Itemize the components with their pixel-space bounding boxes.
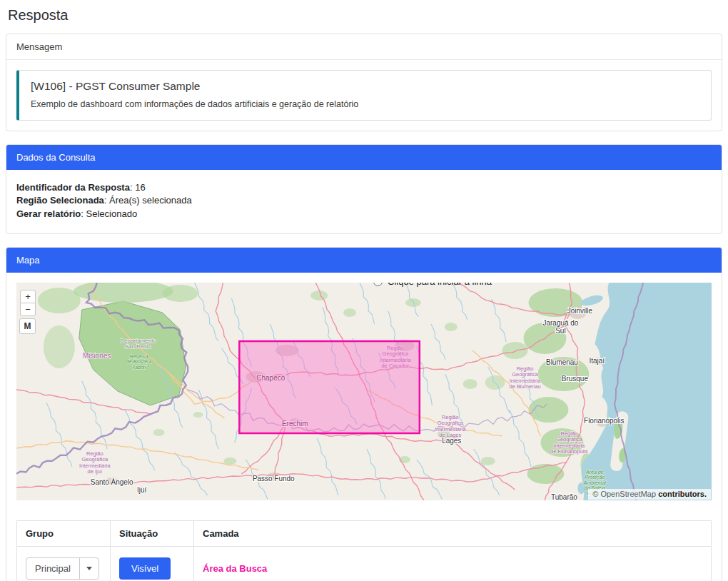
status-cell: Visível: [111, 547, 194, 581]
layer-name: Área da Busca: [203, 563, 267, 574]
group-select-value: Principal: [26, 558, 79, 579]
card-mapa: Mapa ChapecóErechimSanto ÂngeloIjuíPasso…: [6, 247, 722, 581]
column-header-camada: Camada: [194, 521, 712, 547]
visibility-toggle-button[interactable]: Visível: [119, 557, 171, 580]
card-mensagem-header: Mensagem: [6, 34, 722, 60]
map-label: Misiones: [83, 352, 111, 360]
attribution-contributors: contributors.: [658, 490, 707, 498]
card-mensagem-body: [W106] - PGST Consumer Sample Exemplo de…: [6, 60, 722, 131]
chevron-down-icon: [86, 567, 92, 570]
draw-line-hint[interactable]: Clique para iniciar a linha: [373, 283, 492, 287]
card-dados-consulta: Dados da Consulta Identificador da Respo…: [6, 144, 722, 234]
card-mapa-body: ChapecóErechimSanto ÂngeloIjuíPasso Fund…: [6, 273, 722, 581]
group-select-caret-segment[interactable]: [79, 558, 98, 579]
page-title: Resposta: [8, 7, 722, 24]
map-label: Brusque: [562, 375, 589, 383]
map-canvas[interactable]: ChapecóErechimSanto ÂngeloIjuíPasso Fund…: [16, 283, 712, 500]
group-select[interactable]: Principal: [26, 557, 99, 580]
message-box: [W106] - PGST Consumer Sample Exemplo de…: [16, 70, 712, 121]
message-description: Exemplo de dashboard com informações de …: [31, 99, 699, 109]
consulta-field: Região Selecionada: Área(s) selecionada: [16, 194, 712, 207]
map-label: Blumenau: [546, 358, 578, 366]
group-cell: Principal: [17, 547, 111, 581]
layers-table-header-row: Grupo Situação Camada: [17, 521, 712, 547]
column-header-grupo: Grupo: [17, 521, 111, 547]
map-label: Itajaí: [590, 357, 605, 365]
consulta-field: Gerar relatório: Selecionado: [16, 208, 712, 221]
map-label: Joinville: [567, 307, 593, 315]
search-area-selection: [239, 341, 419, 433]
map-zoom-controls: + −: [20, 290, 36, 316]
consulta-fields: Identificador da Resposta: 16Região Sele…: [16, 180, 712, 223]
attribution-osm-link[interactable]: © OpenStreetMap: [592, 490, 656, 498]
map-label: Ijuí: [137, 486, 147, 494]
card-dados-header: Dados da Consulta: [6, 145, 722, 170]
map-viewport[interactable]: ChapecóErechimSanto ÂngeloIjuíPasso Fund…: [16, 283, 712, 500]
map-attribution: © OpenStreetMap contributors.: [588, 489, 711, 500]
card-dados-body: Identificador da Resposta: 16Região Sele…: [6, 170, 722, 233]
measure-button[interactable]: M: [19, 318, 36, 334]
layer-cell: Área da Busca: [194, 547, 712, 581]
map-label: Passo Fundo: [253, 475, 295, 483]
draw-line-radio-icon[interactable]: [373, 283, 383, 286]
map-label: Santo Ângelo: [91, 478, 133, 486]
table-row: Principal Visível Área da Busca: [17, 547, 712, 581]
draw-line-hint-label: Clique para iniciar a linha: [388, 283, 492, 287]
column-header-situacao: Situação: [111, 521, 194, 547]
message-title: [W106] - PGST Consumer Sample: [31, 80, 699, 93]
page-container: Resposta Mensagem [W106] - PGST Consumer…: [0, 0, 728, 581]
card-mapa-header: Mapa: [6, 248, 722, 273]
card-mensagem: Mensagem [W106] - PGST Consumer Sample E…: [6, 34, 722, 131]
map-label: DepartamentoSan Pedro: [120, 338, 156, 350]
zoom-in-button[interactable]: +: [20, 290, 36, 303]
zoom-out-button[interactable]: −: [20, 303, 36, 316]
consulta-field: Identificador da Resposta: 16: [16, 181, 712, 194]
layers-table: Grupo Situação Camada Principal: [16, 520, 712, 581]
map-label: Tubarão: [551, 493, 577, 500]
map-label: Florianópolis: [584, 417, 624, 425]
